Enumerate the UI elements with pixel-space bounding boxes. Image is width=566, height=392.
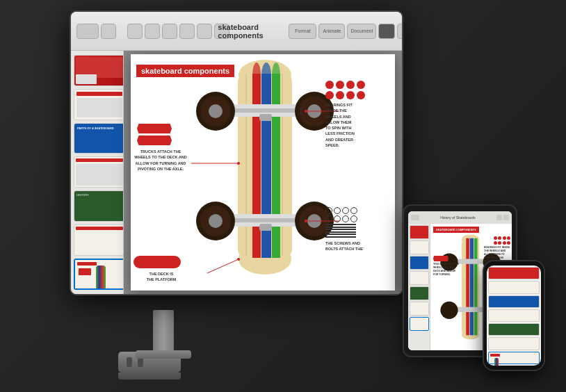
screws-lines <box>325 224 391 238</box>
shape-button[interactable] <box>179 24 195 39</box>
bearing-dot <box>357 81 365 89</box>
add-slide-button[interactable] <box>101 24 116 39</box>
ipad-slide-3[interactable] <box>410 256 429 270</box>
ipad-slide-1[interactable] <box>410 225 429 239</box>
slide-thumb-1[interactable] <box>74 55 124 86</box>
slide-thumb-7[interactable] <box>74 259 124 290</box>
ipad-play-button[interactable] <box>496 215 502 220</box>
toolbar-nav-group <box>76 24 116 39</box>
play-button[interactable] <box>378 24 395 39</box>
svg-point-27 <box>307 214 321 228</box>
iphone-slide-6[interactable] <box>488 337 540 350</box>
iphone-slide-list[interactable] <box>487 266 541 366</box>
deck-text: THE DECK ISTHE PLATFORM <box>134 271 189 283</box>
screw-dot <box>350 207 357 214</box>
bearing-dot <box>336 81 344 89</box>
animate-button[interactable]: Animate <box>318 24 345 39</box>
svg-point-15 <box>200 96 231 126</box>
bearings-dots <box>325 81 391 99</box>
screw-line <box>325 234 356 235</box>
svg-point-14 <box>196 92 235 131</box>
screw-dot <box>334 215 341 222</box>
keynote-slide: skateboard components <box>131 54 395 291</box>
screws-dots <box>325 207 391 222</box>
iphone-slide-4[interactable] <box>488 309 540 322</box>
ipad-toolbar-title: History of Skateboards <box>419 215 496 220</box>
svg-rect-43 <box>474 238 478 336</box>
svg-rect-1 <box>238 74 292 258</box>
truck-icon <box>137 124 172 133</box>
svg-point-11 <box>272 63 280 88</box>
ipad-slide-4[interactable] <box>410 271 429 285</box>
keynote-toolbar: skateboard components Format Animate Doc… <box>71 12 402 51</box>
svg-rect-47 <box>455 307 485 312</box>
iphone-slide-7[interactable] <box>488 352 540 364</box>
ipad-share-button[interactable] <box>503 215 509 220</box>
ipad-toolbar-buttons <box>496 215 509 220</box>
toolbar-right-group: Format Animate Document <box>289 24 403 39</box>
slide-thumb-6[interactable] <box>74 224 124 256</box>
screw-dot <box>342 215 349 222</box>
screw-dot <box>342 207 349 214</box>
ipad-slide-5[interactable] <box>410 286 429 300</box>
ipad-back-button[interactable] <box>411 215 419 220</box>
slide-thumb-3[interactable]: PARTS OF A SKATEBOARD <box>74 123 124 154</box>
ipad-truck-icon <box>433 256 448 261</box>
main-canvas[interactable]: skateboard components <box>124 51 402 294</box>
ipad-slide-title: SKATEBOARD COMPONENTS <box>433 227 479 233</box>
trucks-text: TRUCKS ATTACH THE WHEELS TO THE DECK AND… <box>134 149 188 172</box>
monitor-stand <box>153 310 174 352</box>
svg-rect-42 <box>470 238 474 336</box>
iphone-slide-5[interactable] <box>488 323 540 336</box>
bearing-dot <box>346 91 355 99</box>
svg-rect-41 <box>466 238 469 336</box>
screw-line <box>325 224 356 225</box>
iphone-screen <box>487 266 541 366</box>
iphone-slide-2[interactable] <box>488 281 540 293</box>
bearing-dot <box>325 81 334 89</box>
deck-annotation: THE DECK ISTHE PLATFORM <box>134 256 189 283</box>
share-button[interactable] <box>397 24 403 39</box>
back-button[interactable] <box>76 24 99 39</box>
svg-rect-21 <box>234 218 296 222</box>
document-button[interactable]: Document <box>347 24 376 39</box>
svg-point-10 <box>261 63 271 88</box>
screw-line <box>325 236 356 238</box>
deck-icon <box>134 256 181 268</box>
text-button[interactable] <box>162 24 177 39</box>
slide-panel[interactable]: PARTS OF A SKATEBOARD HISTORY <box>71 51 124 294</box>
ipad-sidebar[interactable] <box>408 224 430 350</box>
screws-annotation: THE SCREWS ANDBOLTS ATTACH THE <box>325 207 391 252</box>
iphone-slide-3[interactable] <box>488 295 540 308</box>
screw-line <box>325 229 356 230</box>
slide-thumb-4[interactable] <box>74 156 124 188</box>
svg-point-2 <box>238 60 291 90</box>
media-button[interactable] <box>197 24 212 39</box>
svg-point-9 <box>252 63 261 88</box>
document-title: skateboard components <box>218 23 263 40</box>
bearing-dot <box>325 91 334 99</box>
iphone-slide-1[interactable] <box>488 267 540 279</box>
toolbar-actions-group <box>127 24 229 39</box>
slide-thumb-5[interactable]: HISTORY <box>74 190 124 222</box>
svg-point-23 <box>200 206 231 236</box>
ipad-slide-6[interactable] <box>410 302 429 316</box>
slide-thumb-2[interactable] <box>74 89 124 120</box>
svg-rect-28 <box>259 114 272 121</box>
ipad-slide-2[interactable] <box>410 240 429 254</box>
svg-point-31 <box>237 162 240 165</box>
svg-rect-20 <box>227 214 303 227</box>
bearing-dot <box>357 91 365 99</box>
ipad-slide-7[interactable] <box>410 317 429 331</box>
format-button[interactable]: Format <box>289 24 316 39</box>
svg-point-19 <box>307 104 321 118</box>
screw-dot <box>350 215 357 222</box>
chart-button[interactable] <box>145 24 160 39</box>
slide-title: skateboard components <box>136 65 234 77</box>
bearings-inside-the-2: INSIDE THE <box>325 108 347 113</box>
svg-rect-44 <box>455 259 485 264</box>
ipad-bearings-dots <box>494 236 511 245</box>
keynote-app: skateboard components Format Animate Doc… <box>71 12 402 294</box>
table-button[interactable] <box>127 24 143 39</box>
svg-point-3 <box>238 244 291 275</box>
